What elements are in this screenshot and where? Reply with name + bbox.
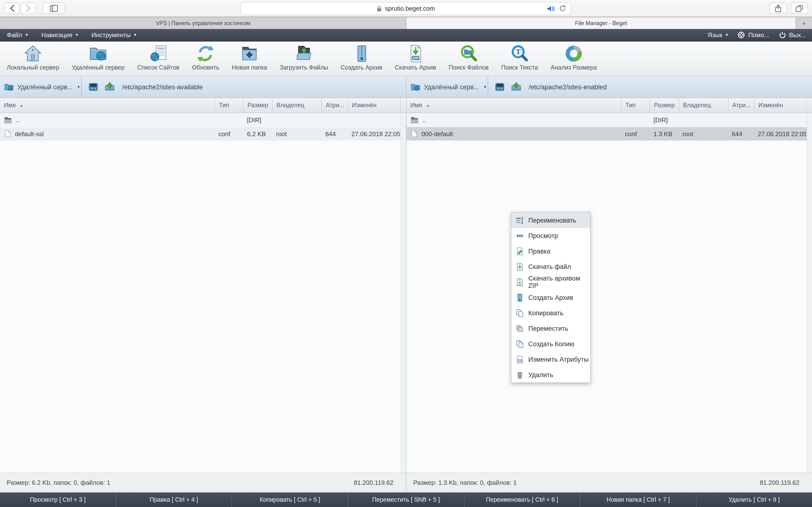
tab-overview-button[interactable] <box>791 2 808 14</box>
fn-button-move[interactable]: Переместить [ Shift + 5 ] <box>348 493 464 507</box>
header-gutter <box>400 98 406 113</box>
power-icon <box>779 32 785 38</box>
sort-asc-icon: ▲ <box>426 103 430 107</box>
left-status-text: Размер: 6.2 Kb, папок: 0, файлов: 1 <box>7 479 110 486</box>
local-server-home-icon <box>24 44 42 63</box>
svg-text:755: 755 <box>518 359 522 362</box>
back-button[interactable] <box>4 2 20 14</box>
fn-button-view[interactable]: Просмотр [ Ctrl + 3 ] <box>0 493 116 507</box>
column-header-modified[interactable]: Изменён <box>348 98 400 113</box>
tab-label: VPS | Панель управления хостингом <box>156 20 250 26</box>
column-header-owner[interactable]: Владелец <box>678 98 728 113</box>
right-scrollbar-track[interactable] <box>807 113 812 473</box>
context-menu-item-view[interactable]: Просмотр <box>511 228 590 243</box>
fn-button-rename[interactable]: Переименовать [ Ctrl + 6 ] <box>464 493 580 507</box>
column-header-size[interactable]: Размер <box>650 98 678 113</box>
menu-tools[interactable]: Инструменты▾ <box>92 32 136 39</box>
column-header-type[interactable]: Тип <box>621 98 650 113</box>
menu-language[interactable]: Язык▾ <box>708 32 728 39</box>
fn-button-new-folder[interactable]: Новая папка [ Ctrl + 7 ] <box>580 493 696 507</box>
audio-mute-icon[interactable] <box>547 5 555 12</box>
reload-icon[interactable] <box>559 5 566 12</box>
disk-root-button[interactable] <box>495 82 505 92</box>
rename-icon <box>516 216 524 224</box>
chevron-down-icon: ▾ <box>134 33 136 37</box>
toolbar-button-refresh[interactable]: Обновить <box>192 44 219 71</box>
menu-file[interactable]: Файл▾ <box>7 32 28 39</box>
left-scrollbar-track[interactable] <box>401 113 406 473</box>
column-header-size[interactable]: Размер <box>243 98 272 113</box>
app-menubar: Файл▾ Навигация▾ Инструменты▾ Язык▾ Помо… <box>0 29 812 42</box>
archive-icon <box>516 293 524 301</box>
tab-file-manager[interactable]: File Manager - Beget <box>406 17 796 29</box>
left-panel: Удалённый серв... ▾ /etc/apache2/sites-a… <box>0 76 406 473</box>
left-server-select[interactable]: Удалённый серв... ▾ <box>0 76 82 98</box>
svg-text:T: T <box>516 48 521 56</box>
context-menu-item-download-file[interactable]: Скачать файл <box>511 259 590 274</box>
toolbar-button-upload-files[interactable]: Загрузить Файлы <box>280 44 328 71</box>
context-menu-item-move[interactable]: Переместить <box>511 321 590 336</box>
size-analysis-donut-icon <box>564 44 583 63</box>
toolbar-button-remote-server[interactable]: Удалённый сервер <box>72 44 125 71</box>
column-header-name[interactable]: Имя▲ <box>406 98 621 113</box>
context-menu-item-change-attributes[interactable]: 755 Изменить Атрибуты <box>511 351 590 367</box>
parent-directory-button[interactable] <box>105 82 114 92</box>
right-server-select[interactable]: Удалённый серв... ▾ <box>406 76 488 98</box>
column-header-name[interactable]: Имя▲ <box>0 98 215 113</box>
address-bar[interactable]: sprutio.beget.com <box>240 2 571 15</box>
context-menu-item-edit[interactable]: Правка <box>511 243 590 259</box>
context-menu-item-create-archive[interactable]: Создать Архив <box>511 290 590 305</box>
column-header-modified[interactable]: Изменён <box>754 98 806 113</box>
tab-vps[interactable]: VPS | Панель управления хостингом <box>0 17 406 29</box>
chevron-down-icon: ▾ <box>26 33 28 37</box>
table-row-parent-dir[interactable]: .. [DIR] <box>406 113 812 127</box>
chevron-right-icon <box>26 4 32 12</box>
toolbar-button-search-text[interactable]: T Поиск Текста <box>501 44 538 71</box>
context-menu-item-copy[interactable]: Копировать <box>511 305 590 321</box>
left-file-area[interactable] <box>0 141 406 473</box>
share-button[interactable] <box>769 2 787 14</box>
table-row-parent-dir[interactable]: .. [DIR] <box>0 113 406 127</box>
toolbar-button-create-archive[interactable]: Создать Архив <box>341 44 382 71</box>
fn-button-delete[interactable]: Удалить [ Ctrl + 8 ] <box>697 493 812 507</box>
new-tab-button[interactable]: + <box>796 17 812 29</box>
menu-help[interactable]: Помо... <box>738 32 769 39</box>
folder-globe-icon <box>411 82 420 92</box>
table-row-000-default-selected[interactable]: 000-default conf 1.3 KB root 644 27.06.2… <box>406 127 812 141</box>
refresh-icon <box>197 44 215 63</box>
column-header-attr[interactable]: Атри... <box>728 98 754 113</box>
toolbar-button-local-server[interactable]: Локальный сервер <box>7 44 59 71</box>
column-header-type[interactable]: Тип <box>215 98 243 113</box>
right-path-text[interactable]: /etc/apache2/sites-enabled <box>529 83 607 91</box>
folder-up-icon <box>105 82 114 92</box>
context-menu-item-duplicate[interactable]: Создать Копию <box>511 336 590 351</box>
context-menu-item-rename[interactable]: Переименовать <box>511 213 590 228</box>
plus-icon: + <box>802 19 806 27</box>
main-toolbar: Локальный сервер Удалённый сервер Список… <box>0 42 812 76</box>
fn-button-copy[interactable]: Копировать [ Ctrl + 5 ] <box>232 493 348 507</box>
fn-button-edit[interactable]: Правка [ Ctrl + 4 ] <box>116 493 232 507</box>
download-archive-zip-icon: ZIP <box>406 44 424 63</box>
parent-directory-button[interactable] <box>511 82 521 92</box>
disk-root-button[interactable] <box>89 82 98 92</box>
context-menu-item-delete[interactable]: Удалить <box>511 367 590 382</box>
left-path-text[interactable]: /etc/apache2/sites-available <box>122 83 203 91</box>
menu-navigation[interactable]: Навигация▾ <box>41 32 78 39</box>
toolbar-button-sites-list[interactable]: Список Сайтов <box>137 44 180 71</box>
table-row-default-ssl[interactable]: default-ssl conf 6.2 KB root 644 27.06.2… <box>0 127 406 141</box>
sidebar-toggle-button[interactable] <box>43 2 65 14</box>
trash-icon <box>516 371 524 379</box>
column-header-attr[interactable]: Атри... <box>321 98 348 113</box>
toolbar-button-search-files[interactable]: Поиск Файлов <box>449 44 489 71</box>
right-file-area[interactable] <box>406 141 812 473</box>
forward-button[interactable] <box>21 2 36 14</box>
folder-icon <box>4 116 12 123</box>
context-menu-item-download-zip[interactable]: Скачать архивом ZIP <box>511 274 590 290</box>
share-icon <box>775 4 781 12</box>
new-folder-icon <box>240 44 259 63</box>
toolbar-button-new-folder[interactable]: Новая папка <box>232 44 267 71</box>
column-header-owner[interactable]: Владелец <box>272 98 321 113</box>
menu-exit[interactable]: Вых... <box>779 32 806 39</box>
toolbar-button-size-analysis[interactable]: Анализ Размера <box>551 44 597 71</box>
toolbar-button-download-archive[interactable]: ZIP Скачать Архив <box>395 44 436 71</box>
